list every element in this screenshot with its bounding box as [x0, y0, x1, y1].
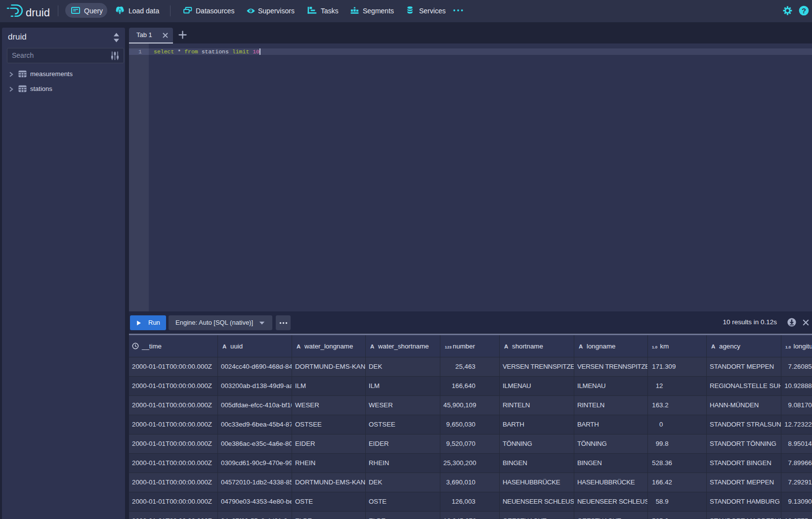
svg-text:?: ?	[802, 6, 806, 15]
